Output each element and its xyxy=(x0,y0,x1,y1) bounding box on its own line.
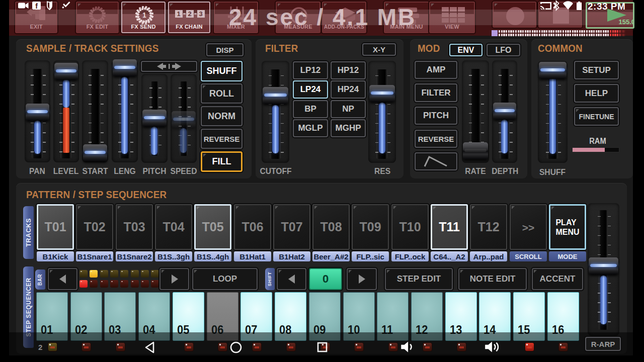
svg-text:f: f xyxy=(35,2,38,10)
